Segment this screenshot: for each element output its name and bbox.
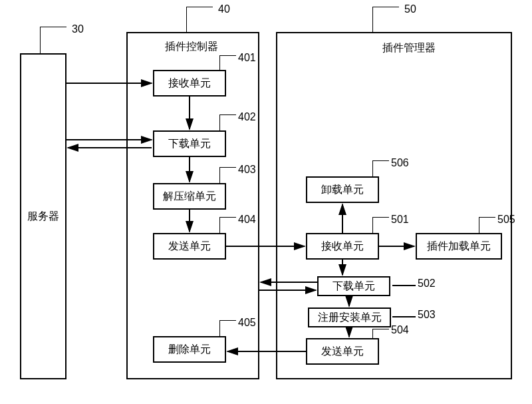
ctrl-dl-label: 下载单元 [168, 137, 211, 151]
ctrl-unzip-unit: 解压缩单元 [153, 183, 226, 210]
ctrl-dl-unit: 下载单元 [153, 130, 226, 157]
ctrl-del-label: 删除单元 [168, 343, 211, 357]
mgr-load-label: 插件加载单元 [427, 240, 491, 254]
mgr-send-label: 发送单元 [321, 345, 364, 359]
mgr-unload-num: 506 [391, 157, 409, 169]
ctrl-dl-num: 402 [238, 111, 256, 123]
mgr-load-unit: 插件加载单元 [416, 233, 502, 260]
mgr-reg-unit: 注册安装单元 [308, 307, 391, 327]
mgr-reg-num: 503 [418, 309, 436, 321]
ctrl-del-unit: 删除单元 [153, 336, 226, 363]
ctrl-unzip-num: 403 [238, 164, 256, 176]
server-label: 服务器 [21, 210, 65, 224]
mgr-recv-label: 接收单元 [321, 240, 364, 254]
manager-title: 插件管理器 [382, 41, 436, 55]
mgr-recv-num: 501 [391, 214, 409, 226]
mgr-unload-unit: 卸载单元 [306, 176, 379, 203]
mgr-dl-num: 502 [418, 278, 436, 290]
server-num: 30 [72, 23, 84, 35]
mgr-dl-flag [392, 280, 419, 292]
ctrl-del-num: 405 [238, 317, 256, 329]
ctrl-send-num: 404 [238, 214, 256, 226]
diagram-root: 服务器 30 插件控制器 40 接收单元 401 下载单元 402 解压缩单元 … [0, 0, 532, 404]
manager-num: 50 [404, 3, 416, 15]
mgr-reg-flag [392, 311, 419, 323]
controller-num: 40 [218, 3, 230, 15]
ctrl-send-label: 发送单元 [168, 240, 211, 254]
mgr-recv-unit: 接收单元 [306, 233, 379, 260]
ctrl-unzip-label: 解压缩单元 [163, 190, 216, 204]
server-box: 服务器 [20, 53, 66, 379]
ctrl-send-unit: 发送单元 [153, 233, 226, 260]
ctrl-recv-unit: 接收单元 [153, 70, 226, 97]
ctrl-recv-label: 接收单元 [168, 77, 211, 91]
mgr-unload-label: 卸载单元 [321, 183, 364, 197]
mgr-send-unit: 发送单元 [306, 338, 379, 365]
mgr-load-num: 505 [497, 214, 515, 226]
ctrl-recv-num: 401 [238, 52, 256, 64]
mgr-dl-unit: 下载单元 [317, 276, 390, 296]
mgr-send-num: 504 [391, 324, 409, 336]
controller-title: 插件控制器 [165, 40, 218, 54]
mgr-dl-label: 下载单元 [332, 280, 375, 294]
mgr-reg-label: 注册安装单元 [318, 311, 382, 325]
